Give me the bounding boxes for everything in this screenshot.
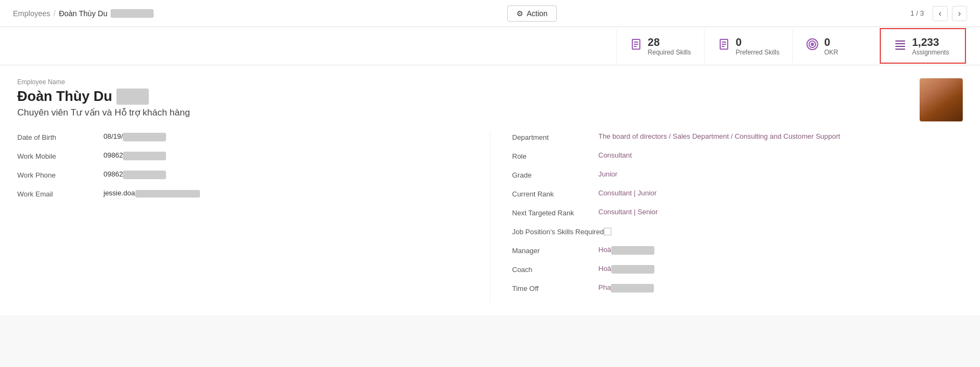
field-time-off: Time Off Pha xyxy=(512,283,963,293)
svg-rect-3 xyxy=(895,40,905,42)
current-rank-value[interactable]: Consultant | Junior xyxy=(598,189,963,197)
field-work-mobile: Work Mobile 09862 xyxy=(17,151,468,160)
department-value[interactable]: The board of directors / Sales Departmen… xyxy=(598,132,963,140)
stat-assignments[interactable]: 1,233 Assignments xyxy=(880,28,966,64)
fields-container: Date of Birth 08/19/ Work Mobile 09862 W… xyxy=(17,132,963,302)
nav-next-button[interactable]: › xyxy=(952,6,967,21)
work-email-label: Work Email xyxy=(17,189,103,198)
breadcrumb-parent[interactable]: Employees xyxy=(13,9,50,18)
okr-number: 0 xyxy=(824,36,838,49)
top-bar: Employees / Đoàn Thùy Du ⚙ Action 1 / 3 … xyxy=(0,0,980,27)
field-date-of-birth: Date of Birth 08/19/ xyxy=(17,132,468,141)
field-department: Department The board of directors / Sale… xyxy=(512,132,963,141)
field-manager: Manager Hoà xyxy=(512,246,963,255)
action-button[interactable]: ⚙ Action xyxy=(507,5,557,22)
assignments-number: 1,233 xyxy=(912,36,949,49)
main-content: Employee Name Đoàn Thùy Du Chuyên viên T… xyxy=(0,65,980,315)
current-rank-label: Current Rank xyxy=(512,189,598,198)
work-mobile-value: 09862 xyxy=(103,151,468,160)
field-current-rank: Current Rank Consultant | Junior xyxy=(512,189,963,198)
field-job-position-skills: Job Position's Skills Required xyxy=(512,227,963,236)
work-email-blurred xyxy=(135,190,200,198)
preferred-skills-number: 0 xyxy=(736,36,779,49)
manager-value[interactable]: Hoà xyxy=(598,246,963,255)
employee-name: Đoàn Thùy Du xyxy=(17,88,190,105)
svg-rect-6 xyxy=(895,49,905,50)
coach-label: Coach xyxy=(512,264,598,274)
next-targeted-rank-label: Next Targeted Rank xyxy=(512,208,598,217)
avatar-image xyxy=(920,78,963,121)
time-off-label: Time Off xyxy=(512,283,598,293)
job-position-skills-checkbox[interactable] xyxy=(604,228,611,235)
assignments-icon xyxy=(894,38,907,54)
svg-rect-4 xyxy=(895,43,905,44)
assignments-text: 1,233 Assignments xyxy=(912,36,949,56)
employee-title: Chuyên viên Tư vấn và Hỗ trợ khách hàng xyxy=(17,107,190,118)
avatar xyxy=(920,78,963,121)
coach-blurred xyxy=(611,265,654,274)
svg-rect-5 xyxy=(895,46,905,47)
stat-required-skills[interactable]: 28 Required Skills xyxy=(616,29,704,63)
stats-bar: 28 Required Skills 0 Preferred Skills 0 … xyxy=(0,27,980,65)
grade-value[interactable]: Junior xyxy=(598,170,963,178)
department-label: Department xyxy=(512,132,598,141)
nav-prev-button[interactable]: ‹ xyxy=(933,6,948,21)
nav-controls: 1 / 3 ‹ › xyxy=(910,6,967,21)
employee-header: Employee Name Đoàn Thùy Du Chuyên viên T… xyxy=(17,78,963,121)
stat-preferred-skills[interactable]: 0 Preferred Skills xyxy=(704,29,792,63)
employee-info: Employee Name Đoàn Thùy Du Chuyên viên T… xyxy=(17,78,190,118)
gear-icon: ⚙ xyxy=(516,9,523,18)
field-next-targeted-rank: Next Targeted Rank Consultant | Senior xyxy=(512,208,963,217)
employee-name-blurred xyxy=(116,89,149,105)
coach-value[interactable]: Hoà xyxy=(598,264,963,274)
work-phone-label: Work Phone xyxy=(17,170,103,179)
nav-count: 1 / 3 xyxy=(910,9,924,17)
breadcrumb-blurred xyxy=(111,9,154,18)
svg-point-2 xyxy=(811,43,813,45)
grade-label: Grade xyxy=(512,170,598,179)
okr-text: 0 OKR xyxy=(824,36,838,56)
work-phone-blurred xyxy=(123,171,166,179)
left-column: Date of Birth 08/19/ Work Mobile 09862 W… xyxy=(17,132,490,302)
stat-okr[interactable]: 0 OKR xyxy=(792,29,879,63)
employee-name-text: Đoàn Thùy Du xyxy=(17,88,112,105)
dob-blurred xyxy=(123,133,166,141)
required-skills-text: 28 Required Skills xyxy=(648,36,691,56)
breadcrumb-current: Đoàn Thùy Du xyxy=(59,9,107,18)
required-skills-icon xyxy=(630,38,643,54)
manager-label: Manager xyxy=(512,246,598,255)
action-label: Action xyxy=(527,9,548,18)
job-position-skills-value xyxy=(604,227,963,235)
assignments-label: Assignments xyxy=(912,49,949,56)
work-phone-value: 09862 xyxy=(103,170,468,179)
preferred-skills-icon xyxy=(717,38,730,54)
manager-blurred xyxy=(611,246,654,255)
breadcrumb: Employees / Đoàn Thùy Du xyxy=(13,9,154,18)
employee-name-label: Employee Name xyxy=(17,78,190,86)
okr-icon xyxy=(806,38,819,54)
role-value[interactable]: Consultant xyxy=(598,151,963,159)
next-targeted-rank-value[interactable]: Consultant | Senior xyxy=(598,208,963,216)
preferred-skills-label: Preferred Skills xyxy=(736,49,779,56)
field-grade: Grade Junior xyxy=(512,170,963,179)
dob-value: 08/19/ xyxy=(103,132,468,141)
work-email-value: jessie.doa xyxy=(103,189,468,198)
time-off-blurred xyxy=(611,284,654,293)
work-mobile-label: Work Mobile xyxy=(17,151,103,160)
required-skills-label: Required Skills xyxy=(648,49,691,56)
time-off-value[interactable]: Pha xyxy=(598,283,963,293)
field-work-phone: Work Phone 09862 xyxy=(17,170,468,179)
role-label: Role xyxy=(512,151,598,160)
breadcrumb-separator: / xyxy=(53,9,56,18)
preferred-skills-text: 0 Preferred Skills xyxy=(736,36,779,56)
dob-label: Date of Birth xyxy=(17,132,103,141)
required-skills-number: 28 xyxy=(648,36,691,49)
field-coach: Coach Hoà xyxy=(512,264,963,274)
okr-label: OKR xyxy=(824,49,838,56)
field-work-email: Work Email jessie.doa xyxy=(17,189,468,198)
work-mobile-blurred xyxy=(123,152,166,160)
job-position-skills-label: Job Position's Skills Required xyxy=(512,227,604,236)
right-column: Department The board of directors / Sale… xyxy=(490,132,963,302)
field-role: Role Consultant xyxy=(512,151,963,160)
